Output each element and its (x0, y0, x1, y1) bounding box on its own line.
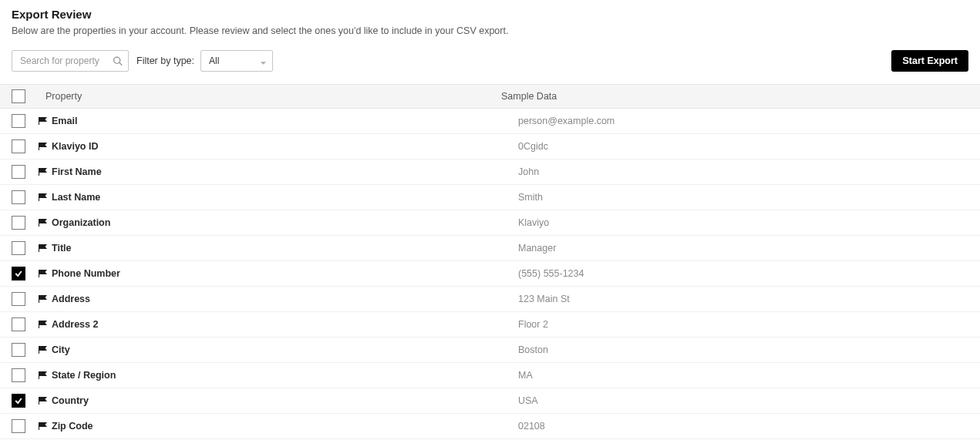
row-checkbox[interactable] (12, 139, 25, 153)
property-name: Email (52, 116, 518, 126)
property-name: Last Name (52, 192, 518, 203)
flag-icon (35, 168, 52, 176)
flag-icon (35, 270, 52, 277)
flag-icon (35, 117, 52, 125)
table-header: Property Sample Data (0, 84, 980, 109)
flag-icon (35, 143, 52, 150)
property-name: Country (52, 395, 518, 406)
table-row: Zip Code02108 (0, 414, 980, 439)
row-checkbox[interactable] (12, 317, 25, 331)
sample-data: (555) 555-1234 (518, 268, 980, 279)
row-checkbox[interactable] (12, 343, 25, 357)
start-export-button[interactable]: Start Export (891, 50, 968, 72)
row-checkbox[interactable] (12, 419, 25, 433)
filter-select[interactable]: All (200, 50, 273, 72)
table-row: CityBoston (0, 338, 980, 363)
sample-data: Smith (518, 192, 980, 203)
table-row: Klaviyo ID0Cgidc (0, 134, 980, 160)
table-row: Address123 Main St (0, 287, 980, 312)
sample-data: Klaviyo (518, 217, 980, 228)
property-name: Klaviyo ID (52, 141, 518, 152)
property-name: State / Region (52, 370, 518, 381)
page-title: Export Review (12, 8, 968, 21)
property-name: Phone Number (52, 268, 518, 279)
sample-data: John (518, 166, 980, 177)
sample-data: 02108 (518, 421, 980, 432)
row-checkbox[interactable] (12, 165, 25, 179)
row-checkbox[interactable] (12, 241, 25, 255)
sample-data: Boston (518, 344, 980, 355)
flag-icon (35, 321, 52, 328)
property-table: Property Sample Data Emailperson@example… (0, 84, 980, 439)
row-checkbox[interactable] (12, 114, 25, 128)
sample-data: USA (518, 395, 980, 406)
table-row: Address 2Floor 2 (0, 312, 980, 338)
property-name: Address (52, 294, 518, 304)
sample-data: 123 Main St (518, 294, 980, 304)
table-row: State / RegionMA (0, 363, 980, 388)
property-name: Address 2 (52, 319, 518, 330)
sample-data: MA (518, 370, 980, 381)
flag-icon (35, 193, 52, 201)
search-input[interactable] (12, 50, 129, 72)
flag-icon (35, 346, 52, 354)
flag-icon (35, 219, 52, 227)
sample-data: Manager (518, 243, 980, 254)
row-checkbox[interactable] (12, 292, 25, 306)
table-row: Last NameSmith (0, 185, 980, 210)
sample-data: person@example.com (518, 116, 980, 126)
flag-icon (35, 371, 52, 379)
flag-icon (35, 244, 52, 252)
row-checkbox[interactable] (12, 190, 25, 204)
sample-data: Floor 2 (518, 319, 980, 330)
table-row: Emailperson@example.com (0, 109, 980, 134)
property-name: City (52, 344, 518, 355)
select-all-checkbox[interactable] (12, 89, 25, 103)
sample-data: 0Cgidc (518, 141, 980, 152)
row-checkbox[interactable] (12, 216, 25, 230)
property-name: Title (52, 243, 518, 254)
table-row: Phone Number(555) 555-1234 (0, 261, 980, 287)
header-property: Property (35, 91, 501, 102)
filter-label: Filter by type: (136, 55, 194, 66)
table-row: TitleManager (0, 236, 980, 261)
table-row: OrganizationKlaviyo (0, 210, 980, 236)
row-checkbox[interactable] (12, 368, 25, 382)
toolbar: Filter by type: All Start Export (12, 50, 968, 72)
header-sample: Sample Data (501, 91, 980, 102)
table-row: CountryUSA (0, 388, 980, 414)
property-name: First Name (52, 166, 518, 177)
flag-icon (35, 422, 52, 430)
row-checkbox[interactable] (12, 267, 25, 280)
property-name: Zip Code (52, 421, 518, 432)
page-subtitle: Below are the properties in your account… (12, 25, 968, 36)
property-name: Organization (52, 217, 518, 228)
row-checkbox[interactable] (12, 394, 25, 408)
flag-icon (35, 397, 52, 405)
flag-icon (35, 295, 52, 303)
filter-select-value: All (209, 55, 219, 66)
table-row: First NameJohn (0, 160, 980, 185)
